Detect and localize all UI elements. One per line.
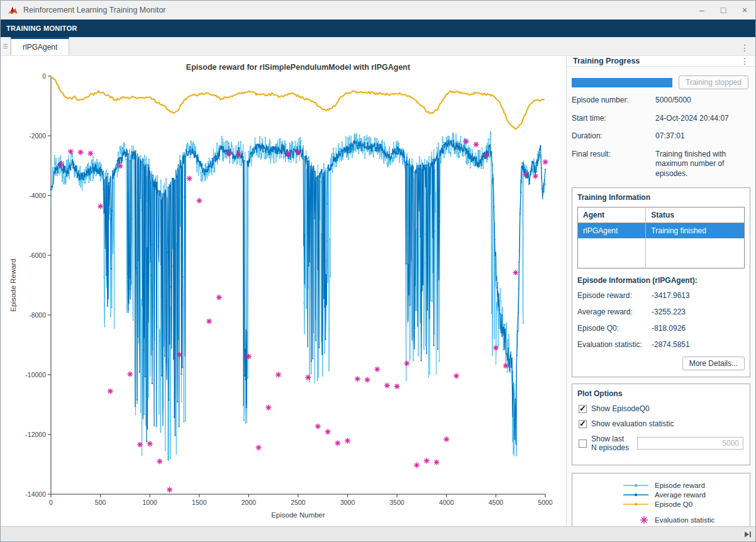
field-value: 07:37:01 (655, 131, 750, 141)
svg-text:Episode Number: Episode Number (271, 511, 325, 519)
episode-field-value: -3417.9613 (652, 291, 690, 300)
reward-chart[interactable]: Episode reward for rlSimplePendulumModel… (1, 56, 566, 528)
title-bar: Reinforcement Learning Training Monitor … (1, 1, 755, 19)
legend-line-sample (623, 482, 648, 489)
evaluation-statistic-marker (236, 152, 242, 157)
svg-text:-12000: -12000 (25, 431, 46, 438)
svg-text:1000: 1000 (143, 499, 158, 506)
checkbox-label: Show EpisodeQ0 (591, 404, 650, 413)
field-label: Start time: (572, 114, 655, 124)
evaluation-statistic-marker (483, 152, 489, 158)
evaluation-statistic-marker (78, 150, 84, 155)
evaluation-statistic-marker (503, 363, 509, 368)
evaluation-statistic-marker (256, 445, 262, 450)
evaluation-statistic-marker (374, 367, 380, 372)
episode-field-value: -3255.223 (652, 307, 686, 316)
matlab-logo (7, 5, 18, 16)
table-header: Agent (578, 207, 646, 223)
evaluation-statistic-marker (384, 383, 390, 389)
figure-area: Episode reward for rlSimplePendulumModel… (1, 56, 567, 526)
field-label: Final result: (572, 150, 655, 179)
agent-row[interactable]: rlPGAgentTraining finished (578, 223, 745, 238)
evaluation-statistic-marker (147, 441, 153, 446)
training-stopped-button[interactable]: Training stopped (679, 75, 748, 89)
document-tab-bar: rlPGAgent ⋮ (1, 37, 755, 56)
evaluation-statistic-marker (443, 436, 449, 442)
evaluation-statistic-marker (68, 149, 74, 155)
evaluation-statistic-marker (216, 294, 222, 300)
training-progress-panel: Training Progress ⋮ Training stopped Epi… (567, 56, 755, 526)
evaluation-statistic-marker (187, 175, 192, 181)
app-window: Reinforcement Learning Training Monitor … (0, 0, 756, 542)
progress-fields: Episode number: 5000/5000Start time: 24-… (572, 96, 750, 179)
maximize-button[interactable]: □ (713, 1, 734, 19)
panel-menu-icon[interactable]: ⋮ (738, 56, 752, 66)
episode-field-label: Average reward: (577, 307, 652, 316)
episode-field-label: Evaluation statistic: (577, 340, 652, 349)
svg-text:2000: 2000 (242, 499, 257, 506)
evaluation-statistic-marker (137, 442, 143, 448)
svg-text:1500: 1500 (192, 499, 207, 506)
evaluation-statistic-marker (414, 462, 420, 468)
evaluation-statistic-marker (434, 460, 440, 465)
svg-text:-14000: -14000 (25, 490, 46, 498)
svg-text:-10000: -10000 (25, 371, 46, 379)
plot-option-row: Show evaluation statistic (579, 419, 743, 428)
svg-text:3000: 3000 (340, 499, 355, 506)
svg-text:2500: 2500 (291, 499, 306, 506)
legend-item: Average reward (576, 491, 746, 499)
legend-asterisk-sample (640, 516, 648, 524)
episode-field-label: Episode reward: (577, 291, 652, 300)
checkbox-label: Show evaluation statistic (591, 419, 674, 428)
svg-text:-6000: -6000 (29, 252, 46, 259)
legend-label: Average reward (655, 491, 735, 499)
last-n-episodes-input[interactable] (637, 437, 743, 450)
svg-text:0: 0 (49, 499, 53, 506)
svg-text:3500: 3500 (390, 499, 405, 506)
evaluation-statistic-marker (108, 389, 113, 394)
minimize-button[interactable]: – (691, 1, 713, 19)
checkbox[interactable] (579, 420, 587, 428)
evaluation-statistic-marker (473, 141, 479, 147)
training-information-section: Training Information AgentStatus rlPGAge… (572, 187, 750, 378)
svg-text:500: 500 (95, 499, 106, 506)
field-value: 5000/5000 (655, 96, 750, 106)
agents-table[interactable]: AgentStatus rlPGAgentTraining finished (577, 207, 745, 269)
svg-text:4000: 4000 (439, 499, 454, 506)
plot-option-row: Show last N episodes (579, 434, 743, 452)
evaluation-statistic-marker (58, 162, 64, 167)
evaluation-statistic-marker (226, 151, 231, 157)
checkbox-label: Show last N episodes (591, 434, 630, 452)
evaluation-statistic-marker (265, 405, 271, 411)
toolstrip-tab-training-monitor[interactable]: TRAINING MONITOR (6, 25, 77, 32)
evaluation-statistic-marker (127, 372, 133, 377)
training-progress-bar (572, 78, 672, 87)
svg-text:Episode reward for rlSimplePen: Episode reward for rlSimplePendulumModel… (186, 63, 411, 72)
legend-item: Episode reward (576, 482, 746, 489)
evaluation-statistic-marker (157, 458, 162, 464)
field-label: Episode number: (572, 96, 655, 106)
expand-panel-icon[interactable] (744, 531, 752, 538)
evaluation-statistic-marker (355, 376, 360, 382)
svg-text:Episode Reward: Episode Reward (9, 258, 17, 311)
panel-grip-icon[interactable] (1, 37, 11, 55)
plot-options-section: Plot Options Show EpisodeQ0 Show evaluat… (572, 384, 750, 465)
evaluation-statistic-marker (118, 163, 123, 169)
close-button[interactable]: × (734, 1, 755, 19)
evaluation-statistic-marker (167, 487, 172, 492)
field-label: Duration: (572, 131, 655, 141)
evaluation-statistic-marker (533, 174, 538, 179)
checkbox[interactable] (579, 440, 587, 448)
toolstrip: TRAINING MONITOR (1, 19, 755, 37)
evaluation-statistic-marker (394, 384, 400, 389)
more-details-button[interactable]: More Details... (682, 357, 745, 370)
checkbox[interactable] (579, 405, 587, 413)
evaluation-statistic-marker (296, 150, 301, 155)
evaluation-statistic-marker (177, 352, 182, 358)
tab-overflow-icon[interactable]: ⋮ (740, 43, 755, 55)
svg-text:5000: 5000 (538, 499, 553, 506)
table-empty-area (578, 238, 745, 268)
episode-field-value: -818.0926 (652, 324, 686, 333)
svg-text:-8000: -8000 (29, 311, 46, 319)
tab-rlpgagent[interactable]: rlPGAgent (11, 37, 69, 55)
